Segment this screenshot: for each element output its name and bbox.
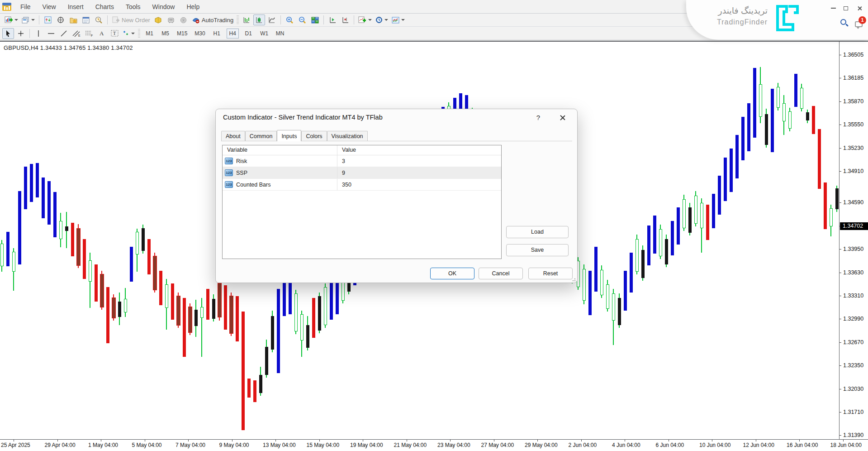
chevron-down-icon[interactable] [401,19,405,21]
cursor-button[interactable] [2,28,14,39]
indicators-icon [358,16,366,24]
price-tick [840,171,841,172]
menu-item-charts[interactable]: Charts [90,0,120,14]
tile-windows-button[interactable] [309,14,321,25]
menu-item-insert[interactable]: Insert [62,0,90,14]
time-axis[interactable]: 25 Apr 202529 Apr 04:001 May 04:005 May … [0,439,868,451]
time-label: 15 May 04:00 [307,442,340,448]
timeframe-h4[interactable]: H4 [227,29,239,38]
timeframe-d1[interactable]: D1 [242,29,255,38]
price-label: 1.33950 [843,246,863,252]
menu-item-window[interactable]: Window [147,0,181,14]
terminal-button[interactable] [80,14,92,25]
tab-about[interactable]: About [221,131,245,141]
candle [30,164,33,202]
time-label: 29 May 04:00 [525,442,558,448]
timeframe-m1[interactable]: M1 [143,29,156,38]
price-tick [840,273,841,273]
timeframe-m5[interactable]: M5 [159,29,171,38]
price-label: 1.35230 [843,145,863,151]
minimize-button[interactable] [827,4,839,13]
text-button[interactable]: A [96,28,108,39]
reset-button[interactable]: Reset [528,268,573,279]
chevron-down-icon[interactable] [368,19,372,21]
cancel-button[interactable]: Cancel [479,268,523,279]
news-button[interactable] [178,14,190,25]
fibonacci-button[interactable]: F [83,28,95,39]
variable-column-header[interactable]: Variable [223,145,337,155]
price-tick [840,55,841,55]
crosshair-button[interactable] [15,28,27,39]
metaeditor-button[interactable] [152,14,164,25]
tab-common[interactable]: Common [245,131,277,141]
table-row-counted-bars[interactable]: 123Counted Bars350 [223,179,501,191]
time-label: 9 May 04:00 [219,442,249,448]
chevron-down-icon[interactable] [31,19,35,21]
market-watch-button[interactable] [42,14,54,25]
timeframe-h1[interactable]: H1 [211,29,223,38]
trendline-button[interactable] [58,28,70,39]
periods-button[interactable] [374,14,389,25]
time-label: 7 May 04:00 [175,442,205,448]
tab-colors[interactable]: Colors [301,131,327,141]
load-button[interactable]: Load [506,226,569,238]
table-row-risk[interactable]: 123Risk3 [223,155,501,167]
timeframe-m30[interactable]: M30 [193,29,207,38]
tab-visualization[interactable]: Visualization [327,131,368,141]
bar-chart-button[interactable] [241,14,252,25]
arrows-button[interactable] [121,28,136,39]
value-column-header[interactable]: Value [337,145,501,155]
zoom-in-button[interactable] [284,14,295,25]
table-row-ssp[interactable]: 123SSP9 [223,167,501,179]
new-chart-button[interactable] [3,14,19,25]
candle [12,252,15,272]
equidistant-channel-button[interactable]: E [71,28,82,39]
experts-button[interactable] [165,14,177,25]
help-button[interactable]: ? [532,112,544,123]
menu-item-view[interactable]: View [37,0,62,14]
profiles-button[interactable] [20,14,36,25]
chart-shift-button[interactable] [339,14,351,25]
timeframe-m15[interactable]: M15 [175,29,189,38]
resize-grip[interactable] [572,277,576,281]
strategy-tester-button[interactable] [93,14,104,25]
chevron-down-icon[interactable] [14,19,18,21]
chevron-down-icon[interactable] [131,33,135,34]
candle [636,239,639,272]
parameter-value[interactable]: 3 [337,158,501,164]
tester-icon [95,16,103,24]
line-chart-button[interactable] [266,14,278,25]
price-axis[interactable]: 1.365051.361851.358701.355501.352301.349… [839,42,868,439]
periods-icon [375,16,383,24]
time-label: 5 May 04:00 [132,442,162,448]
indicators-button[interactable] [357,14,373,25]
text-label-button[interactable]: T [109,28,120,39]
candlestick-button[interactable] [253,14,265,25]
candle [289,279,292,314]
templates-button[interactable] [390,14,406,25]
price-tick [840,148,841,149]
horizontal-line-button[interactable] [45,28,57,39]
menu-item-help[interactable]: Help [180,0,205,14]
close-window-button[interactable] [854,4,865,13]
restore-button[interactable] [840,4,852,13]
save-button[interactable]: Save [506,244,569,256]
menu-item-file[interactable]: File [14,0,37,14]
autotrading-button[interactable]: AutoTrading [190,14,235,25]
vertical-line-button[interactable] [33,28,44,39]
auto-scroll-button[interactable] [327,14,338,25]
chevron-down-icon[interactable] [384,19,388,21]
navigator-button[interactable] [67,14,79,25]
ok-button[interactable]: OK [430,268,474,279]
parameter-value[interactable]: 9 [337,170,501,176]
timeframe-mn[interactable]: MN [274,29,286,38]
search-icon[interactable] [840,19,846,25]
zoom-out-button[interactable] [296,14,308,25]
menu-item-tools[interactable]: Tools [120,0,147,14]
parameter-value[interactable]: 350 [337,182,501,188]
timeframe-w1[interactable]: W1 [258,29,270,38]
close-dialog-button[interactable] [556,112,569,123]
tab-inputs[interactable]: Inputs [277,130,301,141]
data-window-button[interactable] [55,14,66,25]
time-label: 27 May 04:00 [481,442,514,448]
